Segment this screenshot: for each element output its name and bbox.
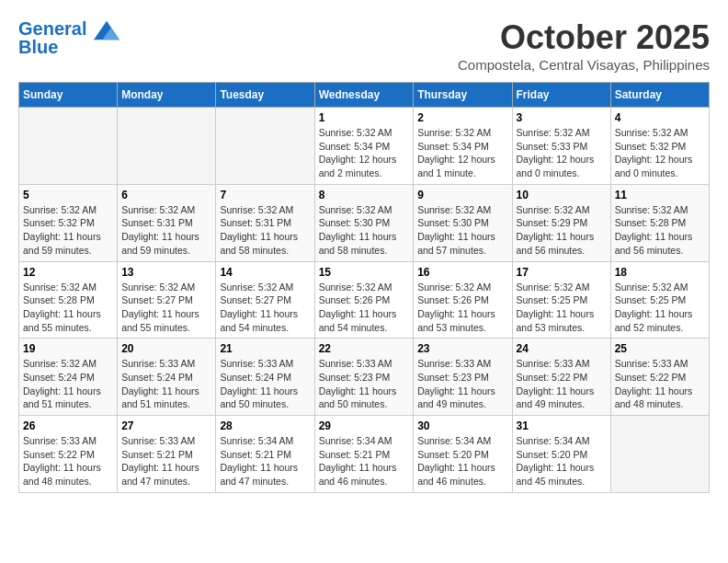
day-number: 19 xyxy=(23,342,113,355)
daylight-text: Daylight: 11 hours and 58 minutes. xyxy=(319,231,397,256)
daylight-text: Daylight: 11 hours and 55 minutes. xyxy=(121,308,199,333)
daylight-text: Daylight: 11 hours and 53 minutes. xyxy=(417,308,495,333)
sunset-text: Sunset: 5:30 PM xyxy=(417,217,489,228)
day-cell xyxy=(610,416,709,493)
day-info: Sunrise: 5:32 AMSunset: 5:24 PMDaylight:… xyxy=(23,357,113,411)
day-cell: 24Sunrise: 5:33 AMSunset: 5:22 PMDayligh… xyxy=(512,339,610,416)
calendar-table: SundayMondayTuesdayWednesdayThursdayFrid… xyxy=(18,82,710,493)
sunset-text: Sunset: 5:22 PM xyxy=(517,372,588,383)
week-row-3: 12Sunrise: 5:32 AMSunset: 5:28 PMDayligh… xyxy=(19,261,710,339)
sunrise-text: Sunrise: 5:33 AM xyxy=(615,358,688,369)
daylight-text: Daylight: 11 hours and 48 minutes. xyxy=(23,462,101,487)
day-cell: 28Sunrise: 5:34 AMSunset: 5:21 PMDayligh… xyxy=(216,416,314,493)
sunset-text: Sunset: 5:23 PM xyxy=(417,372,489,383)
daylight-text: Daylight: 11 hours and 54 minutes. xyxy=(319,308,397,333)
day-cell: 16Sunrise: 5:32 AMSunset: 5:26 PMDayligh… xyxy=(414,261,512,339)
day-info: Sunrise: 5:34 AMSunset: 5:20 PMDaylight:… xyxy=(517,434,607,488)
col-header-friday: Friday xyxy=(512,83,610,108)
day-info: Sunrise: 5:32 AMSunset: 5:25 PMDaylight:… xyxy=(615,281,705,335)
sunset-text: Sunset: 5:32 PM xyxy=(615,141,687,152)
day-number: 9 xyxy=(417,189,507,201)
day-number: 13 xyxy=(121,266,211,279)
day-number: 3 xyxy=(517,111,607,124)
week-row-5: 26Sunrise: 5:33 AMSunset: 5:22 PMDayligh… xyxy=(19,416,710,493)
month-title: October 2025 xyxy=(458,18,710,57)
day-info: Sunrise: 5:32 AMSunset: 5:34 PMDaylight:… xyxy=(319,126,410,180)
col-header-wednesday: Wednesday xyxy=(314,83,414,108)
sunset-text: Sunset: 5:26 PM xyxy=(417,294,489,305)
day-cell: 5Sunrise: 5:32 AMSunset: 5:32 PMDaylight… xyxy=(19,184,118,261)
col-header-monday: Monday xyxy=(118,83,216,108)
daylight-text: Daylight: 11 hours and 52 minutes. xyxy=(615,308,693,333)
day-info: Sunrise: 5:32 AMSunset: 5:30 PMDaylight:… xyxy=(417,203,507,258)
sunset-text: Sunset: 5:20 PM xyxy=(517,449,588,460)
day-cell: 20Sunrise: 5:33 AMSunset: 5:24 PMDayligh… xyxy=(118,339,216,416)
sunset-text: Sunset: 5:31 PM xyxy=(121,217,193,228)
day-cell: 11Sunrise: 5:32 AMSunset: 5:28 PMDayligh… xyxy=(610,184,709,261)
day-info: Sunrise: 5:32 AMSunset: 5:26 PMDaylight:… xyxy=(417,281,507,335)
sunrise-text: Sunrise: 5:33 AM xyxy=(517,358,590,369)
sunrise-text: Sunrise: 5:32 AM xyxy=(517,204,590,215)
daylight-text: Daylight: 11 hours and 51 minutes. xyxy=(121,385,199,410)
sunrise-text: Sunrise: 5:33 AM xyxy=(121,435,195,446)
sunrise-text: Sunrise: 5:34 AM xyxy=(417,435,491,446)
daylight-text: Daylight: 11 hours and 45 minutes. xyxy=(517,462,595,487)
day-info: Sunrise: 5:32 AMSunset: 5:28 PMDaylight:… xyxy=(615,203,705,258)
daylight-text: Daylight: 12 hours and 0 minutes. xyxy=(517,154,595,178)
sunrise-text: Sunrise: 5:32 AM xyxy=(417,282,491,293)
day-info: Sunrise: 5:32 AMSunset: 5:27 PMDaylight:… xyxy=(220,281,310,335)
page-header: General Blue October 2025 Compostela, Ce… xyxy=(18,18,710,73)
day-cell: 3Sunrise: 5:32 AMSunset: 5:33 PMDaylight… xyxy=(512,108,610,185)
daylight-text: Daylight: 11 hours and 50 minutes. xyxy=(319,385,397,410)
day-info: Sunrise: 5:33 AMSunset: 5:22 PMDaylight:… xyxy=(23,434,113,488)
day-cell: 17Sunrise: 5:32 AMSunset: 5:25 PMDayligh… xyxy=(512,261,610,339)
sunrise-text: Sunrise: 5:32 AM xyxy=(517,282,590,293)
day-number: 4 xyxy=(615,111,705,124)
day-info: Sunrise: 5:32 AMSunset: 5:29 PMDaylight:… xyxy=(517,203,607,258)
day-info: Sunrise: 5:32 AMSunset: 5:27 PMDaylight:… xyxy=(121,281,211,335)
day-number: 27 xyxy=(121,419,211,432)
day-cell: 23Sunrise: 5:33 AMSunset: 5:23 PMDayligh… xyxy=(414,339,512,416)
day-info: Sunrise: 5:33 AMSunset: 5:22 PMDaylight:… xyxy=(615,357,705,411)
day-info: Sunrise: 5:32 AMSunset: 5:31 PMDaylight:… xyxy=(220,203,310,258)
sunrise-text: Sunrise: 5:32 AM xyxy=(319,282,392,293)
day-number: 18 xyxy=(615,266,705,279)
day-cell: 10Sunrise: 5:32 AMSunset: 5:29 PMDayligh… xyxy=(512,184,610,261)
day-number: 16 xyxy=(417,266,507,279)
title-block: October 2025 Compostela, Central Visayas… xyxy=(458,18,710,73)
daylight-text: Daylight: 12 hours and 2 minutes. xyxy=(319,154,397,178)
sunset-text: Sunset: 5:34 PM xyxy=(417,141,489,152)
sunrise-text: Sunrise: 5:32 AM xyxy=(417,204,491,215)
sunset-text: Sunset: 5:28 PM xyxy=(615,217,687,228)
day-number: 1 xyxy=(319,111,410,124)
sunset-text: Sunset: 5:30 PM xyxy=(319,217,391,228)
daylight-text: Daylight: 11 hours and 51 minutes. xyxy=(23,385,101,410)
day-info: Sunrise: 5:34 AMSunset: 5:21 PMDaylight:… xyxy=(220,434,310,488)
daylight-text: Daylight: 11 hours and 55 minutes. xyxy=(23,308,101,333)
day-number: 21 xyxy=(220,342,310,355)
daylight-text: Daylight: 11 hours and 56 minutes. xyxy=(615,231,693,256)
col-header-sunday: Sunday xyxy=(19,83,118,108)
sunset-text: Sunset: 5:20 PM xyxy=(417,449,489,460)
sunrise-text: Sunrise: 5:32 AM xyxy=(517,127,590,138)
day-info: Sunrise: 5:32 AMSunset: 5:28 PMDaylight:… xyxy=(23,281,113,335)
day-number: 11 xyxy=(615,189,705,201)
day-info: Sunrise: 5:33 AMSunset: 5:24 PMDaylight:… xyxy=(121,357,211,411)
week-row-1: 1Sunrise: 5:32 AMSunset: 5:34 PMDaylight… xyxy=(19,108,710,185)
day-info: Sunrise: 5:32 AMSunset: 5:32 PMDaylight:… xyxy=(23,203,113,258)
day-info: Sunrise: 5:32 AMSunset: 5:34 PMDaylight:… xyxy=(417,126,507,180)
day-number: 7 xyxy=(220,189,310,201)
day-info: Sunrise: 5:32 AMSunset: 5:30 PMDaylight:… xyxy=(319,203,410,258)
calendar-header-row: SundayMondayTuesdayWednesdayThursdayFrid… xyxy=(19,83,710,108)
day-cell: 22Sunrise: 5:33 AMSunset: 5:23 PMDayligh… xyxy=(314,339,414,416)
day-cell: 14Sunrise: 5:32 AMSunset: 5:27 PMDayligh… xyxy=(216,261,314,339)
day-number: 22 xyxy=(319,342,410,355)
daylight-text: Daylight: 12 hours and 0 minutes. xyxy=(615,154,693,178)
day-info: Sunrise: 5:33 AMSunset: 5:23 PMDaylight:… xyxy=(417,357,507,411)
day-number: 17 xyxy=(517,266,607,279)
day-info: Sunrise: 5:32 AMSunset: 5:32 PMDaylight:… xyxy=(615,126,705,180)
day-cell: 31Sunrise: 5:34 AMSunset: 5:20 PMDayligh… xyxy=(512,416,610,493)
sunrise-text: Sunrise: 5:32 AM xyxy=(23,282,97,293)
daylight-text: Daylight: 11 hours and 59 minutes. xyxy=(23,231,101,256)
sunrise-text: Sunrise: 5:32 AM xyxy=(23,204,97,215)
